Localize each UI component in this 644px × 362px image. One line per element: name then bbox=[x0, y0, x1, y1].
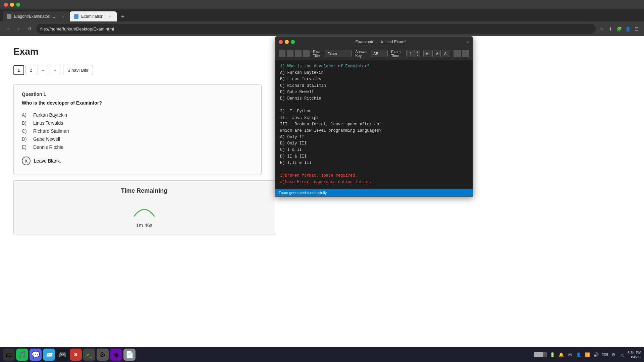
back-button[interactable]: ‹ bbox=[4, 25, 12, 33]
option-e[interactable]: E) Dennis Ritchie bbox=[22, 143, 253, 151]
win-traffic-lights bbox=[279, 40, 295, 44]
exam-wrapper: Exam 1 2 ← → Sınavı Bitir Question 1 Who… bbox=[0, 36, 275, 245]
code-line-6: E) Dennis Ritchie bbox=[280, 96, 468, 102]
page-btn-1[interactable]: 1 bbox=[13, 65, 24, 75]
code-line-3: B) Linus Torvalds bbox=[280, 76, 468, 82]
examinator-toolbar: Exam Title Answer Key Exam Time 2 ▲ ▼ bbox=[275, 47, 473, 60]
taskbar-icon-app7[interactable]: ⚙ bbox=[97, 349, 109, 361]
taskbar-icon-files[interactable]: 🗂 bbox=[3, 349, 15, 361]
nav-right-btn[interactable]: → bbox=[50, 65, 60, 75]
taskbar-icon-telegram[interactable]: 📨 bbox=[43, 349, 55, 361]
option-text-d: Gabe Newell bbox=[33, 136, 60, 142]
answer-key-label: Answer Key bbox=[355, 50, 370, 58]
code-line-11: Which are low level programming language… bbox=[280, 128, 468, 134]
keyboard-icon[interactable]: ⌨ bbox=[601, 351, 608, 358]
address-bar[interactable]: file:///home/furkan/Desktop/Exam.html bbox=[36, 24, 596, 34]
volume-icon[interactable]: 🔊 bbox=[593, 351, 599, 358]
toolbar-icon-4[interactable] bbox=[303, 50, 310, 57]
answer-key-input[interactable] bbox=[371, 50, 388, 57]
examinator-window: Examinator - Untitled Exam* ≡ Exam Title… bbox=[275, 36, 473, 197]
option-label-b: B) bbox=[22, 120, 30, 126]
spin-down-btn[interactable]: ▼ bbox=[415, 54, 420, 57]
font-reset-btn[interactable]: A bbox=[434, 50, 441, 57]
taskbar-icon-close[interactable]: ✖ bbox=[70, 349, 82, 361]
menu-icon[interactable]: ☰ bbox=[633, 25, 640, 32]
title-bar bbox=[0, 0, 644, 9]
taskbar-icon-steam[interactable]: 🎮 bbox=[56, 349, 68, 361]
option-text-a: Furkan Baytekin bbox=[33, 112, 67, 118]
nav-left-btn[interactable]: ← bbox=[38, 65, 48, 75]
option-label-a: A) bbox=[22, 112, 30, 118]
option-text-e: Dennis Ritchie bbox=[33, 144, 63, 150]
font-increase-btn[interactable]: A+ bbox=[423, 50, 433, 57]
code-line-4: C) Richard Stallman bbox=[280, 83, 468, 89]
time-remaining-title: Time Remaining bbox=[22, 187, 267, 194]
exam-time-spinner[interactable]: 2 ▲ ▼ bbox=[406, 50, 420, 57]
reload-button[interactable]: ↺ bbox=[25, 25, 34, 33]
leave-blank-row[interactable]: X Leave Blank. bbox=[22, 154, 253, 168]
address-icons: ☆ ⬇ 🧩 👤 ☰ bbox=[598, 25, 640, 32]
code-line-19: a)Case Error, uppercase option letter. bbox=[280, 179, 468, 185]
code-line-15: D) II & III bbox=[280, 154, 468, 160]
bookmark-icon[interactable]: ☆ bbox=[598, 25, 605, 32]
mail-icon[interactable]: ✉ bbox=[567, 351, 573, 358]
expand-icon[interactable]: △ bbox=[619, 351, 626, 358]
copy-btn[interactable] bbox=[453, 50, 461, 57]
examinator-menu-icon[interactable]: ≡ bbox=[467, 39, 469, 45]
taskbar-icon-discord[interactable]: 💬 bbox=[30, 349, 42, 361]
clock: 5:54 PM 8/8/22 bbox=[628, 351, 641, 359]
option-b[interactable]: B) Linus Torvalds bbox=[22, 119, 253, 127]
tab-examination[interactable]: Examination × bbox=[70, 11, 117, 21]
code-line-1: 1) Who is the developer of Examintor? bbox=[280, 63, 468, 70]
toolbar-icon-1[interactable] bbox=[279, 50, 285, 57]
option-c[interactable]: C) Richard Stallman bbox=[22, 127, 253, 135]
profile-icon[interactable]: 👤 bbox=[625, 25, 631, 32]
question-number: Question 1 bbox=[22, 92, 253, 97]
question-text: Who is the developer of Examintor? bbox=[22, 100, 253, 106]
user-icon[interactable]: 👤 bbox=[575, 351, 582, 358]
examinator-titlebar: Examinator - Untitled Exam* ≡ bbox=[275, 37, 473, 47]
win-min-btn[interactable] bbox=[285, 40, 289, 44]
page-btn-2[interactable]: 2 bbox=[25, 65, 36, 75]
toolbar-icon-3[interactable] bbox=[295, 50, 302, 57]
wifi-icon: 📶 bbox=[584, 351, 591, 358]
taskbar-icon-spotify[interactable]: 🎵 bbox=[16, 349, 28, 361]
code-line-18: 3)Broken format, space required. bbox=[280, 173, 468, 179]
address-bar-row: ‹ › ↺ file:///home/furkan/Desktop/Exam.h… bbox=[0, 21, 644, 36]
close-button[interactable] bbox=[4, 3, 8, 7]
code-line-10: III. Broken format, leave space after do… bbox=[280, 121, 468, 128]
option-d[interactable]: D) Gabe Newell bbox=[22, 135, 253, 143]
win-max-btn[interactable] bbox=[291, 40, 295, 44]
option-label-e: E) bbox=[22, 144, 30, 150]
win-close-btn[interactable] bbox=[279, 40, 283, 44]
taskbar-icon-app8[interactable]: ◈ bbox=[110, 349, 122, 361]
extension-icon[interactable]: 🧩 bbox=[616, 25, 623, 32]
finish-exam-button[interactable]: Sınavı Bitir bbox=[63, 65, 93, 75]
blank-circle-icon[interactable]: X bbox=[22, 157, 31, 165]
spinner-arrows: ▲ ▼ bbox=[415, 50, 420, 57]
exam-title-input[interactable] bbox=[325, 50, 352, 57]
font-decrease-btn[interactable]: A- bbox=[442, 50, 450, 57]
examinator-statusbar: Exam generated successfully. bbox=[275, 189, 473, 196]
toolbar-icon-2[interactable] bbox=[287, 50, 293, 57]
new-tab-button[interactable]: + bbox=[118, 12, 127, 21]
answer-key-field: Answer Key bbox=[355, 50, 388, 58]
tab-close-1[interactable]: × bbox=[60, 14, 66, 19]
download-icon[interactable]: ⬇ bbox=[607, 25, 614, 32]
forward-button[interactable]: › bbox=[15, 25, 23, 33]
maximize-button[interactable] bbox=[16, 3, 20, 7]
timer-arc bbox=[131, 201, 158, 219]
tab-favicon-2 bbox=[74, 14, 78, 19]
tab-close-2[interactable]: × bbox=[107, 14, 113, 19]
taskbar-icon-files2[interactable]: 📄 bbox=[123, 349, 136, 361]
settings-icon[interactable]: ⚙ bbox=[610, 351, 617, 358]
tab-examinator[interactable]: Elagoht/Examinator: Inter... × bbox=[3, 11, 70, 21]
spin-up-btn[interactable]: ▲ bbox=[415, 50, 420, 54]
examinator-code-body: 1) Who is the developer of Examintor? A)… bbox=[275, 60, 473, 189]
examinator-window-title: Examinator - Untitled Exam* bbox=[295, 40, 467, 44]
minimize-button[interactable] bbox=[10, 3, 14, 7]
paste-btn[interactable] bbox=[462, 50, 469, 57]
option-a[interactable]: A) Furkan Baytekin bbox=[22, 111, 253, 119]
notification-icon[interactable]: 🔔 bbox=[558, 351, 565, 358]
taskbar-icon-terminal[interactable]: >_ bbox=[83, 349, 95, 361]
